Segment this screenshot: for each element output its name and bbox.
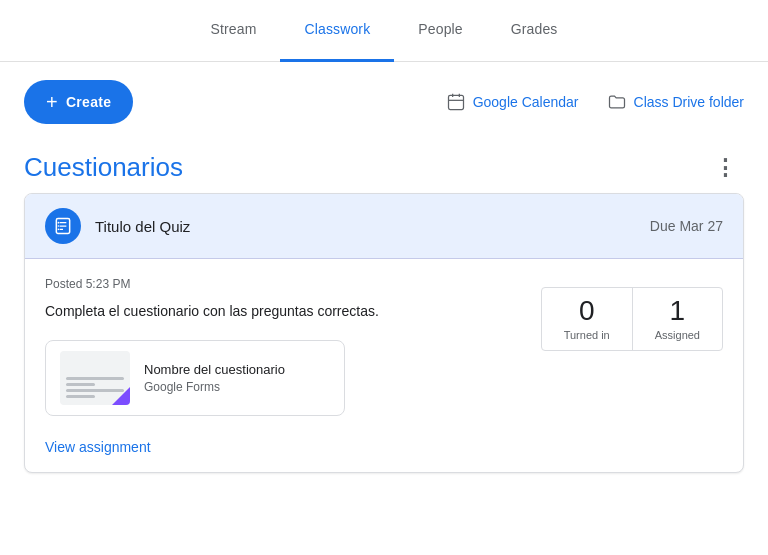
create-label: Create xyxy=(66,94,111,110)
svg-point-8 xyxy=(58,222,60,224)
toolbar-actions: Google Calendar Class Drive folder xyxy=(446,92,744,112)
assignment-stats: 0 Turned in 1 Assigned xyxy=(541,287,723,351)
stat-turned-in: 0 Turned in xyxy=(542,288,633,350)
section-header: Cuestionarios ⋮ xyxy=(24,152,744,183)
toolbar: + Create Google Calendar Class Drive fol… xyxy=(0,62,768,136)
assignment-description: Completa el cuestionario con las pregunt… xyxy=(45,301,521,322)
stat-assigned: 1 Assigned xyxy=(633,288,722,350)
tab-stream[interactable]: Stream xyxy=(187,0,281,62)
folder-icon xyxy=(607,92,627,112)
assignment-icon-circle xyxy=(45,208,81,244)
assignment-header-left: Titulo del Quiz xyxy=(45,208,190,244)
svg-point-9 xyxy=(58,225,60,227)
attachment-type: Google Forms xyxy=(144,380,330,394)
assignment-body-left: Posted 5:23 PM Completa el cuestionario … xyxy=(45,277,521,416)
thumb-line-2 xyxy=(66,383,95,386)
google-calendar-label: Google Calendar xyxy=(473,94,579,110)
tab-people[interactable]: People xyxy=(394,0,486,62)
assignment-due: Due Mar 27 xyxy=(650,218,723,234)
quiz-icon xyxy=(53,216,73,236)
assignment-title: Titulo del Quiz xyxy=(95,218,190,235)
attachment[interactable]: Nombre del cuestionario Google Forms xyxy=(45,340,345,416)
view-assignment-link[interactable]: View assignment xyxy=(45,439,151,455)
top-nav: Stream Classwork People Grades xyxy=(0,0,768,62)
svg-rect-0 xyxy=(448,95,463,109)
more-icon: ⋮ xyxy=(714,157,736,179)
plus-icon: + xyxy=(46,92,58,112)
stat-turned-in-label: Turned in xyxy=(564,329,610,341)
assignment-header: Titulo del Quiz Due Mar 27 xyxy=(25,194,743,259)
tab-classwork[interactable]: Classwork xyxy=(280,0,394,62)
thumb-line-4 xyxy=(66,395,95,398)
assignment-body: Posted 5:23 PM Completa el cuestionario … xyxy=(25,259,743,430)
section-more-button[interactable]: ⋮ xyxy=(706,153,744,183)
main-content: Cuestionarios ⋮ xyxy=(0,136,768,497)
thumb-line-1 xyxy=(66,377,124,380)
stat-assigned-label: Assigned xyxy=(655,329,700,341)
create-button[interactable]: + Create xyxy=(24,80,133,124)
assignment-card: Titulo del Quiz Due Mar 27 Posted 5:23 P… xyxy=(24,193,744,473)
section-title: Cuestionarios xyxy=(24,152,183,183)
tab-grades[interactable]: Grades xyxy=(487,0,582,62)
svg-point-10 xyxy=(58,229,60,231)
google-calendar-link[interactable]: Google Calendar xyxy=(446,92,579,112)
attachment-name: Nombre del cuestionario xyxy=(144,362,330,377)
assignment-posted: Posted 5:23 PM xyxy=(45,277,521,291)
assignment-footer: View assignment xyxy=(25,430,743,472)
attachment-info: Nombre del cuestionario Google Forms xyxy=(144,362,330,394)
class-drive-folder-link[interactable]: Class Drive folder xyxy=(607,92,744,112)
stat-assigned-number: 1 xyxy=(670,297,686,325)
thumb-line-3 xyxy=(66,389,124,392)
class-drive-folder-label: Class Drive folder xyxy=(634,94,744,110)
attachment-thumbnail xyxy=(60,351,130,405)
stat-turned-in-number: 0 xyxy=(579,297,595,325)
calendar-icon xyxy=(446,92,466,112)
